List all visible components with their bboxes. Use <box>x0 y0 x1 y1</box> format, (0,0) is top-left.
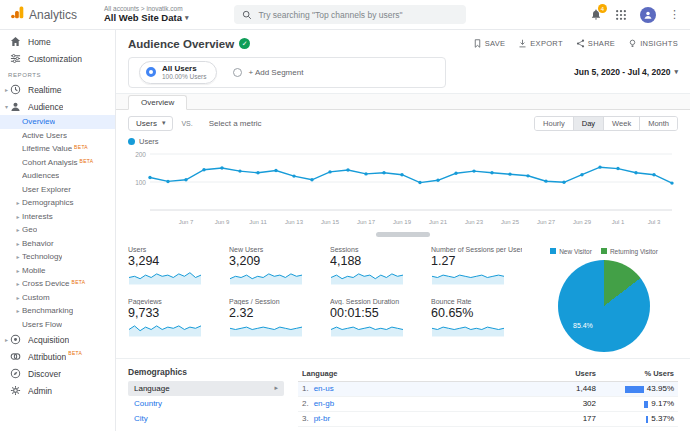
avatar[interactable] <box>640 7 656 23</box>
tab-strip: Overview <box>116 94 690 110</box>
language-cell: 2.en-gb <box>298 396 538 411</box>
sidebar-item-mobile[interactable]: ▸Mobile <box>0 264 115 278</box>
dimension-label: Language <box>134 384 170 393</box>
sidebar-item-lifetime-value[interactable]: Lifetime ValueBETA <box>0 142 115 156</box>
sidebar-item-discover[interactable]: Discover <box>0 365 115 382</box>
sidebar-item-overview[interactable]: Overview <box>0 115 115 129</box>
action-label: SHARE <box>588 39 615 48</box>
legend-swatch <box>550 248 556 254</box>
apps-grid-button[interactable] <box>615 9 627 21</box>
add-segment-button[interactable]: + Add Segment <box>233 68 303 77</box>
action-save[interactable]: SAVE <box>473 39 506 48</box>
column-header-language[interactable]: Language <box>298 366 538 382</box>
brand[interactable]: Analytics <box>10 5 100 24</box>
metric-sessions[interactable]: Sessions4,188 <box>330 246 421 289</box>
segment-all-users[interactable]: All Users 100.00% Users <box>139 61 217 84</box>
sidebar-item-label: Demographics <box>22 198 74 207</box>
sidebar-item-interests[interactable]: ▸Interests <box>0 210 115 224</box>
report-actions: SAVEEXPORTSHAREINSIGHTS <box>473 39 678 48</box>
sidebar-item-users-flow[interactable]: Users Flow <box>0 318 115 332</box>
sidebar-item-cross-device[interactable]: ▸Cross DeviceBETA <box>0 277 115 291</box>
users-line-chart[interactable]: 100200Jun 7Jun 9Jun 11Jun 13Jun 15Jun 17… <box>128 146 676 232</box>
metric-value: 00:01:55 <box>330 306 421 320</box>
column-header-users[interactable]: % Users <box>600 366 678 382</box>
sidebar-item-admin[interactable]: Admin <box>0 382 115 399</box>
granularity-week[interactable]: Week <box>603 117 639 130</box>
metric-pages-session[interactable]: Pages / Session2.32 <box>229 298 320 341</box>
account-switcher[interactable]: All accounts > inovatik.com All Web Site… <box>104 5 188 23</box>
action-export[interactable]: EXPORT <box>518 39 563 48</box>
table-row[interactable]: 4.es-es1374.16% <box>298 426 678 431</box>
granularity-month[interactable]: Month <box>639 117 677 130</box>
sidebar-item-custom[interactable]: ▸Custom <box>0 291 115 305</box>
sidebar-item-label: Customization <box>28 54 82 64</box>
table-row[interactable]: 2.en-gb3029.17% <box>298 396 678 411</box>
users-value: 177 <box>583 414 596 423</box>
language-link[interactable]: en-gb <box>314 399 334 408</box>
share-icon <box>576 39 585 48</box>
language-table: LanguageUsers% Users1.en-us1,44843.95%2.… <box>298 366 678 431</box>
sparkline-chart <box>330 321 404 337</box>
granularity-hourly[interactable]: Hourly <box>535 117 573 130</box>
metric-pageviews[interactable]: Pageviews9,733 <box>128 298 219 341</box>
sidebar-item-demographics[interactable]: ▸Demographics <box>0 196 115 210</box>
language-link[interactable]: en-us <box>314 384 334 393</box>
sidebar-item-technology[interactable]: ▸Technology <box>0 250 115 264</box>
sidebar-item-home[interactable]: Home <box>0 33 115 50</box>
sidebar-item-active-users[interactable]: Active Users <box>0 129 115 143</box>
metric-label: Pageviews <box>128 298 219 305</box>
granularity-day[interactable]: Day <box>573 117 603 130</box>
sidebar-item-cohort-analysis[interactable]: Cohort AnalysisBETA <box>0 156 115 170</box>
metric-number-of-sessions-per-user[interactable]: Number of Sessions per User1.27 <box>431 246 522 289</box>
language-cell: 1.en-us <box>298 381 538 396</box>
metric-avg-session-duration[interactable]: Avg. Session Duration00:01:55 <box>330 298 421 341</box>
sidebar-item-acquisition[interactable]: ▸Acquisition <box>0 331 115 348</box>
sidebar-item-customization[interactable]: Customization <box>0 50 115 67</box>
column-header-users[interactable]: Users <box>538 366 600 382</box>
action-label: SAVE <box>485 39 506 48</box>
table-row[interactable]: 3.pt-br1775.37% <box>298 411 678 426</box>
tab-overview[interactable]: Overview <box>128 95 187 110</box>
visitors-pie-chart[interactable]: 85.4% <box>558 260 650 352</box>
dimension-country[interactable]: Country <box>128 396 284 411</box>
search-input[interactable] <box>258 10 458 20</box>
sidebar-item-benchmarking[interactable]: ▸Benchmarking <box>0 304 115 318</box>
metric-label: Number of Sessions per User <box>431 246 522 253</box>
compare-metric-select[interactable]: Select a metric <box>201 116 270 131</box>
metric-users[interactable]: Users3,294 <box>128 246 219 289</box>
sidebar-item-realtime[interactable]: ▸Realtime <box>0 81 115 98</box>
chart-scrollbar[interactable] <box>376 232 430 237</box>
date-range-selector[interactable]: Jun 5, 2020 - Jul 4, 2020 ▾ <box>574 67 678 77</box>
action-share[interactable]: SHARE <box>576 39 615 48</box>
notifications-button[interactable]: 4 <box>590 8 602 21</box>
sidebar-item-attribution[interactable]: AttributionBETA <box>0 348 115 365</box>
sidebar-item-user-explorer[interactable]: User Explorer <box>0 183 115 197</box>
legend-dot-icon <box>128 138 135 145</box>
metric-bounce-rate[interactable]: Bounce Rate60.65% <box>431 298 522 341</box>
chevron-down-icon: ▾ <box>162 119 166 127</box>
more-options-button[interactable]: ⋮ <box>669 8 680 21</box>
metric-label: Bounce Rate <box>431 298 522 305</box>
metric-select[interactable]: Users ▾ <box>128 116 173 131</box>
action-insights[interactable]: INSIGHTS <box>628 39 678 48</box>
customization-icon <box>10 53 24 64</box>
sidebar-item-audience[interactable]: ▾Audience <box>0 98 115 115</box>
sidebar-item-audiences[interactable]: Audiences <box>0 169 115 183</box>
metric-new-users[interactable]: New Users3,209 <box>229 246 320 289</box>
sidebar-item-behavior[interactable]: ▸Behavior <box>0 237 115 251</box>
legend-new-visitor: New Visitor <box>550 248 592 255</box>
legend-label: Returning Visitor <box>610 248 658 255</box>
search-bar[interactable] <box>234 5 466 24</box>
table-row[interactable]: 1.en-us1,44843.95% <box>298 381 678 396</box>
metric-value: 2.32 <box>229 306 320 320</box>
percent-cell: 4.16% <box>600 426 678 431</box>
sidebar-item-label: Active Users <box>22 131 67 140</box>
metric-label: New Users <box>229 246 320 253</box>
add-segment-icon <box>233 68 242 77</box>
sidebar-item-geo[interactable]: ▸Geo <box>0 223 115 237</box>
chart-controls: Users ▾ VS. Select a metric HourlyDayWee… <box>116 110 690 133</box>
dimension-language[interactable]: Language▸ <box>128 381 284 396</box>
sidebar-item-label: Discover <box>28 369 61 379</box>
language-link[interactable]: pt-br <box>314 414 330 423</box>
dimension-city[interactable]: City <box>128 411 284 426</box>
